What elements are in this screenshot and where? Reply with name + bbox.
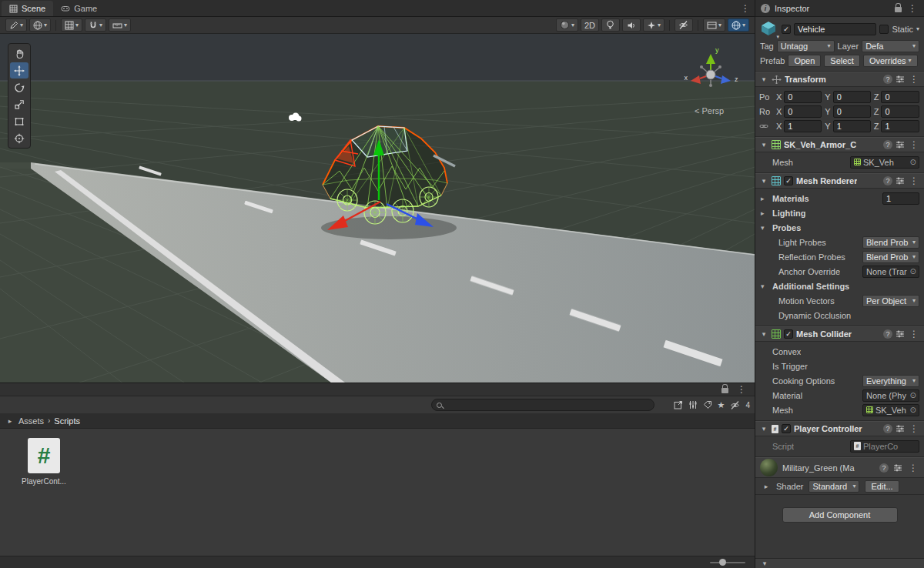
materials-count-field[interactable] — [882, 192, 919, 205]
position-y-field[interactable] — [833, 91, 871, 103]
kebab-menu-icon[interactable]: ⋮ — [908, 423, 920, 434]
shading-mode-button[interactable]: ▾ — [556, 18, 578, 32]
thumbnail-size-slider[interactable] — [710, 562, 745, 563]
foldout-icon[interactable]: ▾ — [761, 282, 765, 290]
presets-icon[interactable] — [893, 463, 902, 473]
scale-z-field[interactable] — [881, 120, 919, 132]
lighting-toggle-button[interactable] — [601, 18, 620, 32]
preview-foldout-icon[interactable]: ▾ — [760, 560, 769, 567]
help-icon[interactable]: ? — [883, 176, 892, 185]
gizmos-toggle-button[interactable]: ▾ — [728, 18, 749, 32]
favorites-star-icon[interactable]: ★ — [718, 400, 725, 410]
help-icon[interactable]: ? — [879, 463, 889, 473]
foldout-icon[interactable]: ▾ — [759, 141, 768, 149]
motion-vectors-dropdown[interactable]: Per Object▾ — [862, 295, 919, 307]
lock-icon[interactable] — [721, 388, 728, 393]
mesh-renderer-component-header[interactable]: ▾ ✓ Mesh Renderer ? ⋮ — [755, 173, 924, 189]
collapse-arrow-icon[interactable]: ▸ — [5, 417, 15, 425]
rotation-z-field[interactable] — [881, 105, 919, 118]
scale-tool-button[interactable] — [10, 96, 28, 112]
rotate-tool-button[interactable] — [10, 79, 28, 95]
project-kebab-icon[interactable]: ⋮ — [735, 384, 748, 395]
reflection-probes-dropdown[interactable]: Blend Prob▾ — [862, 251, 919, 263]
additional-settings-row[interactable]: ▾ Additional Settings — [755, 279, 924, 293]
scale-link-icon[interactable] — [759, 122, 773, 131]
scene-window-kebab-icon[interactable]: ⋮ — [739, 3, 752, 14]
gameobject-name-field[interactable] — [794, 23, 876, 35]
asset-item[interactable]: # PlayerCont... — [20, 438, 68, 486]
position-x-field[interactable] — [784, 91, 822, 103]
snap-toggle-button[interactable]: ▾ — [85, 18, 106, 32]
materials-row[interactable]: ▸ Materials — [755, 191, 924, 205]
object-picker-icon[interactable]: ⊙ — [910, 406, 916, 414]
move-tool-button[interactable] — [10, 62, 28, 79]
presets-icon[interactable] — [896, 75, 905, 84]
help-icon[interactable]: ? — [883, 140, 892, 149]
open-asset-icon[interactable] — [674, 400, 683, 409]
projection-label[interactable]: < Persp — [695, 106, 724, 115]
scene-canvas[interactable]: y x z < Persp — [0, 34, 755, 383]
kebab-menu-icon[interactable]: ⋮ — [907, 463, 919, 473]
transform-component-header[interactable]: ▾ Transform ? ⋮ — [755, 72, 924, 87]
handle-orientation-button[interactable]: ▾ — [29, 18, 51, 32]
probes-row[interactable]: ▾ Probes — [755, 220, 924, 235]
help-icon[interactable]: ? — [883, 75, 892, 84]
tab-scene[interactable]: Scene — [2, 1, 53, 16]
mesh-filter-component-header[interactable]: ▾ SK_Veh_Armor_C ? ⋮ — [755, 137, 924, 152]
kebab-menu-icon[interactable]: ⋮ — [908, 74, 920, 85]
kebab-menu-icon[interactable]: ⋮ — [908, 175, 920, 186]
foldout-icon[interactable]: ▾ — [761, 224, 765, 232]
effects-toggle-button[interactable]: ▾ — [643, 18, 665, 32]
prefab-select-button[interactable]: Select — [824, 55, 860, 67]
cooking-options-dropdown[interactable]: Everything▾ — [862, 375, 919, 387]
rotation-x-field[interactable] — [784, 105, 822, 118]
foldout-icon[interactable]: ▾ — [759, 75, 768, 83]
preview-pane-handle[interactable]: ▾ — [755, 558, 924, 568]
tab-game[interactable]: Game — [53, 1, 105, 16]
shader-dropdown[interactable]: Standard▾ — [808, 480, 859, 493]
transform-tool-button[interactable] — [10, 130, 28, 146]
presets-icon[interactable] — [896, 424, 905, 433]
tool-settings-button[interactable]: ▾ — [5, 18, 27, 32]
foldout-icon[interactable]: ▸ — [761, 209, 765, 217]
gameobject-cube-icon[interactable]: ▾ — [760, 21, 778, 38]
presets-icon[interactable] — [896, 329, 905, 339]
presets-icon[interactable] — [896, 140, 905, 149]
help-icon[interactable]: ? — [883, 424, 892, 433]
search-box[interactable] — [431, 399, 654, 411]
mode-2d-button[interactable]: 2D — [581, 18, 599, 32]
prefab-open-button[interactable]: Open — [788, 55, 821, 67]
label-tag-icon[interactable] — [703, 400, 712, 409]
audio-toggle-button[interactable] — [622, 18, 641, 32]
rotation-y-field[interactable] — [833, 105, 871, 118]
hidden-eye-icon[interactable] — [730, 400, 740, 410]
collider-mesh-field[interactable]: SK_Veh⊙ — [862, 404, 919, 416]
component-enabled-checkbox[interactable]: ✓ — [784, 176, 793, 185]
scene-visibility-button[interactable] — [675, 18, 693, 32]
inspector-kebab-icon[interactable]: ⋮ — [906, 3, 919, 14]
grid-snapping-button[interactable]: ▾ — [61, 18, 82, 32]
presets-icon[interactable] — [896, 176, 905, 185]
object-picker-icon[interactable]: ⊙ — [910, 158, 916, 166]
static-dropdown-caret[interactable]: ▾ — [916, 26, 919, 32]
kebab-menu-icon[interactable]: ⋮ — [908, 139, 920, 150]
scale-x-field[interactable] — [784, 120, 822, 132]
foldout-icon[interactable]: ▸ — [761, 195, 765, 202]
active-checkbox[interactable]: ✓ — [782, 25, 791, 34]
sliders-icon[interactable] — [688, 400, 698, 409]
gizmo-center-sphere[interactable] — [706, 70, 715, 79]
edit-shader-button[interactable]: Edit... — [865, 480, 899, 493]
search-input[interactable] — [445, 400, 649, 409]
anchor-override-field[interactable]: None (Trar⊙ — [862, 266, 919, 278]
light-probes-dropdown[interactable]: Blend Prob▾ — [862, 236, 919, 249]
kebab-menu-icon[interactable]: ⋮ — [908, 329, 920, 339]
static-checkbox[interactable] — [879, 25, 889, 34]
camera-settings-button[interactable]: ▾ — [703, 18, 725, 32]
lock-icon[interactable] — [895, 7, 902, 12]
help-icon[interactable]: ? — [883, 329, 892, 339]
physic-material-field[interactable]: None (Phy⊙ — [862, 389, 919, 402]
scale-y-field[interactable] — [833, 120, 871, 132]
hand-tool-button[interactable] — [10, 45, 28, 62]
rect-tool-button[interactable] — [10, 113, 28, 129]
prefab-overrides-button[interactable]: Overrides▾ — [863, 55, 918, 67]
